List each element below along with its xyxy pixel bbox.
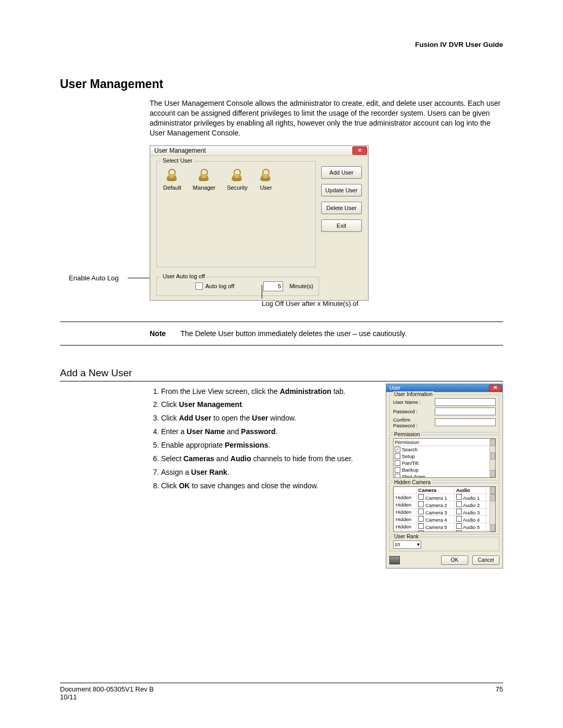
scrollbar[interactable]	[489, 439, 495, 477]
select-user-legend: Select User	[161, 157, 194, 164]
footer-date: 10/11	[60, 693, 154, 701]
scroll-down-icon[interactable]	[491, 524, 495, 532]
username-label: User Name :	[393, 399, 433, 405]
table-row: Hidden Camera 1 Audio 1	[394, 493, 495, 501]
permission-item[interactable]: Backup	[395, 466, 494, 473]
scroll-down-icon[interactable]	[491, 470, 495, 477]
user-item-manager[interactable]: Manager	[193, 169, 215, 191]
rank-value: 10	[395, 541, 400, 547]
user-management-window: User Management ✕ Select User Default Ma…	[150, 145, 369, 301]
keys-icon	[198, 169, 211, 182]
delete-user-button[interactable]: Delete User	[321, 202, 362, 214]
user-item-default[interactable]: Default	[163, 169, 181, 191]
note-label: Note	[150, 329, 166, 338]
checkbox-icon[interactable]	[418, 501, 424, 507]
checkbox-icon[interactable]	[395, 467, 400, 473]
auto-logoff-label: Auto log off	[205, 283, 234, 289]
checkbox-icon[interactable]	[418, 530, 424, 532]
subsection-heading: Add a New User	[60, 367, 503, 379]
user-item-security[interactable]: Security	[227, 169, 248, 191]
scroll-thumb[interactable]	[491, 494, 495, 501]
user-dialog: User ✕ User Information User Name : Pass…	[386, 384, 503, 569]
note-text: The Delete User button immediately delet…	[180, 329, 407, 338]
table-row: Hidden Camera 3 Audio 3	[394, 508, 495, 515]
checkbox-icon[interactable]	[456, 530, 462, 532]
keys-icon	[230, 169, 244, 182]
ok-button[interactable]: OK	[441, 556, 468, 565]
user-item-label: User	[260, 184, 272, 191]
group-legend: User Rank	[393, 534, 420, 539]
step-item: Assign a User Rank.	[161, 467, 376, 477]
checkbox-icon[interactable]	[418, 523, 424, 529]
permission-item[interactable]: Shut down	[395, 473, 494, 478]
footer-doc: Document 800-05305V1 Rev B	[60, 685, 154, 693]
checkbox-icon[interactable]	[395, 453, 400, 459]
checkbox-icon[interactable]	[395, 474, 400, 478]
password-input[interactable]	[435, 408, 496, 415]
user-item-user[interactable]: User	[259, 169, 273, 191]
user-item-label: Security	[227, 184, 248, 191]
checkbox-icon[interactable]	[418, 509, 424, 514]
step-item: Enable appropriate Permissions.	[161, 440, 376, 450]
permission-item[interactable]: Pan/Tilt	[395, 460, 494, 466]
footer-page: 75	[496, 685, 503, 701]
confirm-password-input[interactable]	[435, 418, 496, 426]
checkbox-icon[interactable]	[418, 494, 424, 500]
username-input[interactable]	[435, 398, 496, 406]
step-item: Click Add User to open the User window.	[161, 413, 376, 423]
step-item: Click OK to save changes and close the w…	[161, 481, 376, 491]
hidden-camera-group: Hidden Camera CameraAudioHidden Camera 1…	[389, 483, 499, 535]
checkbox-icon[interactable]	[456, 494, 462, 500]
table-row: Hidden Camera 6 Audio 6	[394, 530, 495, 532]
step-item: Click User Management.	[161, 400, 376, 410]
checkbox-icon[interactable]	[456, 516, 462, 522]
minutes-input[interactable]: 5	[263, 281, 283, 291]
intro-paragraph: The User Management Console allows the a…	[150, 98, 503, 138]
close-icon[interactable]: ✕	[352, 146, 367, 155]
user-info-group: User Information User Name : Password : …	[389, 394, 499, 433]
update-user-button[interactable]: Update User	[321, 184, 362, 196]
checkbox-icon[interactable]	[456, 523, 462, 529]
auto-logoff-checkbox[interactable]	[195, 282, 203, 290]
scroll-thumb[interactable]	[491, 452, 495, 460]
checkbox-icon[interactable]	[395, 460, 400, 466]
table-row: Hidden Camera 5 Audio 5	[394, 523, 495, 530]
logo-icon	[389, 556, 400, 564]
window-title: User	[389, 385, 400, 391]
rank-select[interactable]: 10 ▾	[393, 540, 421, 549]
checkbox-icon[interactable]	[456, 501, 462, 507]
group-legend: User Information	[393, 391, 434, 397]
confirm-password-label: Confirm Password :	[393, 417, 433, 428]
step-item: From the Live View screen, click the Adm…	[161, 387, 376, 397]
auto-logoff-group: User Auto log off Auto log off 5 Minute(…	[156, 277, 319, 296]
auto-logoff-legend: User Auto log off	[161, 273, 206, 279]
exit-button[interactable]: Exit	[321, 219, 362, 232]
scroll-up-icon[interactable]	[491, 487, 495, 494]
hidden-camera-table: CameraAudioHidden Camera 1 Audio 1Hidden…	[394, 487, 495, 532]
running-head: Fusion IV DVR User Guide	[60, 41, 503, 48]
checkbox-icon[interactable]	[456, 509, 462, 514]
permission-item[interactable]: Setup	[395, 453, 494, 460]
table-row: Hidden Camera 2 Audio 2	[394, 501, 495, 508]
keys-icon	[259, 169, 273, 182]
scrollbar[interactable]	[489, 487, 495, 532]
chevron-down-icon: ▾	[417, 541, 420, 547]
close-icon[interactable]: ✕	[489, 385, 501, 391]
user-rank-group: User Rank 10 ▾	[389, 537, 499, 551]
permission-header: Permission	[395, 439, 494, 446]
checkbox-icon[interactable]	[418, 516, 424, 522]
callout-enable-auto-log: Enable Auto Log	[69, 274, 118, 282]
permission-group: Permission Permission ✓SearchSetupPan/Ti…	[389, 435, 499, 480]
step-item: Enter a User Name and Password.	[161, 427, 376, 437]
scroll-up-icon[interactable]	[491, 439, 495, 446]
checkbox-icon[interactable]: ✓	[395, 447, 400, 452]
group-legend: Hidden Camera	[393, 479, 432, 485]
group-legend: Permission	[393, 431, 421, 437]
window-title: User Management	[154, 147, 206, 154]
add-user-button[interactable]: Add User	[321, 166, 362, 179]
permission-item[interactable]: ✓Search	[395, 446, 494, 453]
keys-icon	[165, 169, 179, 182]
titlebar: User Management ✕	[150, 146, 368, 156]
cancel-button[interactable]: Cancel	[472, 556, 499, 565]
table-row: Hidden Camera 4 Audio 4	[394, 515, 495, 523]
